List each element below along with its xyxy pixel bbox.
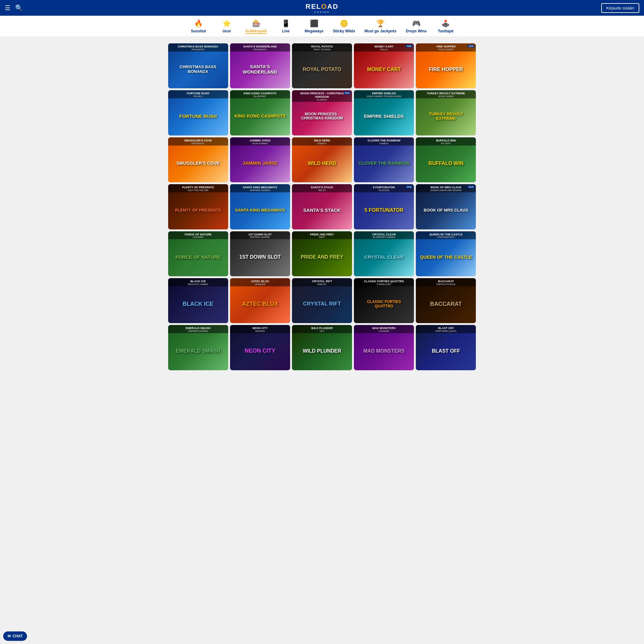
game-card-buffalo-win[interactable]: BUFFALO WIN PG SOFT BUFFALO WIN: [416, 137, 476, 182]
game-overlay-smugglers-cove: SMUGGLER'S COVE PRAGMATIC: [168, 137, 228, 146]
game-name-santas-stack: SANTA'S STACK: [294, 186, 350, 189]
game-logo-empire-shields: EMPIRE SHIELDS: [361, 104, 406, 122]
game-card-money-cart[interactable]: MONEY CART RELAX MONEY CARTUusi: [354, 43, 414, 88]
game-provider-1st-down-slot: INSPIRED GAMING: [232, 236, 288, 238]
game-card-wild-herd[interactable]: WILD HERD GAMEVY WILD HERD: [292, 137, 352, 182]
game-overlay-pride-prey: PRIDE AND PREY RED7: [292, 231, 352, 239]
game-overlay-clover-rainbow: CLOVER THE RAINBOW GAMEVY: [354, 137, 414, 146]
nav-label-drops-wins: Drops Wins: [406, 29, 427, 33]
game-logo-wild-plunder: WILD PLUNDER: [300, 339, 344, 356]
game-name-5-fortunator: 5 FORTUNATOR: [356, 186, 412, 189]
game-card-royal-potato[interactable]: ROYAL POTATO PRINT STUDIOS ROYAL POTATO: [292, 43, 352, 88]
game-name-crystal-rift: CRYSTAL RIFT: [294, 280, 350, 283]
hamburger-icon[interactable]: ☰: [5, 4, 10, 12]
game-overlay-baccarat: BACCARAT SWITCH STUDIOS: [416, 278, 476, 286]
game-card-neon-city[interactable]: NEON CITY WAZDAN NEON CITY: [230, 325, 290, 370]
game-card-baccarat[interactable]: BACCARAT SWITCH STUDIOS BACCARAT: [416, 278, 476, 323]
game-card-fortune-rush[interactable]: FORTUNE RUSH PULSE 8 FORTUNE RUSH: [168, 90, 228, 135]
game-card-christmas-bass[interactable]: CHRISTMAS BASS BONANZA PRAGMATIC CHRISTM…: [168, 43, 228, 88]
logo-text: RELOAD: [305, 3, 339, 10]
game-name-clover-rainbow: CLOVER THE RAINBOW: [356, 139, 412, 142]
login-button[interactable]: Kirjaudu sisään: [601, 3, 639, 13]
game-card-santa-king-megaways[interactable]: SANTA KING MEGAWAYS INSPIRED GAMING SANT…: [230, 184, 290, 229]
game-provider-fortune-rush: PULSE 8: [170, 95, 226, 97]
game-card-smugglers-cove[interactable]: SMUGGLER'S COVE PRAGMATIC SMUGGLER'S COV…: [168, 137, 228, 182]
game-provider-fire-hopper: PUSH GAMING: [418, 48, 474, 51]
game-overlay-wild-plunder: WILD PLUNDER NYX: [292, 325, 352, 333]
game-provider-smugglers-cove: PRAGMATIC: [170, 142, 226, 145]
game-card-turkey-revolt[interactable]: TURKEY REVOLT EXTREME NICHE GAMES TURKEY…: [416, 90, 476, 135]
nav-item-live[interactable]: 📱 Live: [276, 19, 295, 34]
game-provider-wild-herd: GAMEVY: [294, 142, 350, 145]
game-provider-empire-shields: GONG GAMING TECHNOLOGIES: [356, 95, 412, 97]
game-card-classic-forties[interactable]: CLASSIC FORTIES QUATTRO STAKELOGIC CLASS…: [354, 278, 414, 323]
game-card-fire-hopper[interactable]: FIRE HOPPER PUSH GAMING FIRE HOPPERUusi: [416, 43, 476, 88]
games-grid: CHRISTMAS BASS BONANZA PRAGMATIC CHRISTM…: [168, 43, 476, 370]
game-card-santas-stack[interactable]: SANTA'S STACK RELAX SANTA'S STACK: [292, 184, 352, 229]
game-overlay-king-kong: KING KONG CASHPOTS BLUEPRINT: [230, 90, 290, 98]
game-card-5-fortunator[interactable]: 5 FORTUNATOR PLAYSON 5 FORTUNATORUusi: [354, 184, 414, 229]
nav-item-kolikkopelit[interactable]: 🎰 Kolikkopelit: [245, 19, 267, 34]
game-logo-book-mrs-claus: BOOK OF MRS CLAUS: [421, 199, 471, 215]
game-provider-jammin-jars: PUSH GAMING: [232, 142, 288, 145]
game-overlay-force-nature: FORCE OF NATURE LEANDER: [168, 231, 228, 239]
nav-label-uusi: Uusi: [223, 29, 231, 33]
game-card-pride-prey[interactable]: PRIDE AND PREY RED7 PRIDE AND PREY: [292, 231, 352, 276]
game-card-king-kong[interactable]: KING KONG CASHPOTS BLUEPRINT KING KONG C…: [230, 90, 290, 135]
nav-icon-live: 📱: [282, 19, 290, 28]
game-overlay-santas-wonderland: SANTA'S WONDERLAND PRAGMATIC: [230, 43, 290, 52]
game-card-queen-castle[interactable]: QUEEN OF THE CASTLE LIGHTNING BOX QUEEN …: [416, 231, 476, 276]
nav-item-suositut[interactable]: 🔥 Suositut: [189, 19, 208, 34]
game-provider-christmas-bass: PRAGMATIC: [170, 48, 226, 51]
nav-item-megaways[interactable]: ⬛ Megaways: [305, 19, 323, 34]
game-name-king-kong: KING KONG CASHPOTS: [232, 92, 288, 95]
game-logo-smugglers-cove: SMUGGLER'S COVE: [174, 151, 222, 168]
game-name-crystal-clear: CRYSTAL CLEAR: [356, 233, 412, 236]
game-provider-money-cart: RELAX: [356, 48, 412, 51]
game-card-black-ice[interactable]: BLACK ICE REALISTIC GAMES BLACK ICE: [168, 278, 228, 323]
game-provider-wild-plunder: NYX: [294, 330, 350, 332]
game-name-fire-hopper: FIRE HOPPER: [418, 45, 474, 48]
game-name-turkey-revolt: TURKEY REVOLT EXTREME: [418, 92, 474, 95]
game-name-santas-wonderland: SANTA'S WONDERLAND: [232, 45, 288, 48]
game-logo-turkey-revolt: TURKEY REVOLT EXTREME: [417, 102, 475, 124]
game-name-black-ice: BLACK ICE: [170, 280, 226, 283]
game-card-jammin-jars[interactable]: JAMMIN JARS2 PUSH GAMING JAMMIN JARS2: [230, 137, 290, 182]
nav-item-sticky-wilds[interactable]: 🪙 Sticky Wilds: [333, 19, 355, 34]
game-provider-santas-wonderland: PRAGMATIC: [232, 48, 288, 51]
game-logo-5-fortunator: 5 FORTUNATOR: [362, 198, 406, 216]
game-card-1st-down-slot[interactable]: 1ST DOWN SLOT INSPIRED GAMING 1ST DOWN S…: [230, 231, 290, 276]
game-card-mad-monsters[interactable]: MAD MONSTERS LEANDER MAD MONSTERS: [354, 325, 414, 370]
game-card-emerald-smash[interactable]: EMERALD SMASH INSPIRED GAMING EMERALD SM…: [168, 325, 228, 370]
chat-button[interactable]: ✉ CHAT: [3, 631, 27, 641]
game-overlay-book-mrs-claus: BOOK OF MRS CLAUS AURUM SIGNATURE ORIGIN…: [416, 184, 476, 192]
nav-item-drops-wins[interactable]: 🎮 Drops Wins: [406, 19, 427, 34]
game-provider-santa-king-megaways: INSPIRED GAMING: [232, 189, 288, 191]
nav-item-tuottajat[interactable]: 🕹️ Tuottajat: [436, 19, 455, 34]
nav-icon-must-go-jackpots: 🏆: [376, 19, 385, 28]
game-card-aztec-blox[interactable]: AZTEC BLOX LEANDER AZTEC BLOX: [230, 278, 290, 323]
game-card-wild-plunder[interactable]: WILD PLUNDER NYX WILD PLUNDER: [292, 325, 352, 370]
game-overlay-jammin-jars: JAMMIN JARS2 PUSH GAMING: [230, 137, 290, 146]
game-card-santas-wonderland[interactable]: SANTA'S WONDERLAND PRAGMATIC SANTA'S WON…: [230, 43, 290, 88]
game-card-crystal-rift[interactable]: CRYSTAL RIFT RABCAT CRYSTAL RIFT: [292, 278, 352, 323]
search-icon[interactable]: 🔍: [15, 4, 23, 12]
badge-new-fire-hopper: Uusi: [467, 45, 475, 47]
game-name-christmas-bass: CHRISTMAS BASS BONANZA: [170, 45, 226, 48]
nav-item-must-go-jackpots[interactable]: 🏆 Must go Jackpots: [365, 19, 396, 34]
game-card-clover-rainbow[interactable]: CLOVER THE RAINBOW GAMEVY CLOVER THE RAI…: [354, 137, 414, 182]
game-provider-santas-stack: RELAX: [294, 189, 350, 191]
game-provider-king-kong: BLUEPRINT: [232, 95, 288, 97]
game-overlay-5-fortunator: 5 FORTUNATOR PLAYSON: [354, 184, 414, 192]
nav-item-uusi[interactable]: ⭐ Uusi: [217, 19, 236, 34]
game-logo-crystal-rift: CRYSTAL RIFT: [300, 292, 344, 310]
game-card-book-mrs-claus[interactable]: BOOK OF MRS CLAUS AURUM SIGNATURE ORIGIN…: [416, 184, 476, 229]
game-card-moon-princess[interactable]: MOON PRINCESS - CHRISTMAS KINGDOM PLAING…: [292, 90, 352, 135]
game-card-empire-shields[interactable]: EMPIRE SHIELDS GONG GAMING TECHNOLOGIES …: [354, 90, 414, 135]
game-provider-neon-city: WAZDAN: [232, 330, 288, 332]
game-card-blast-off[interactable]: BLAST OFF NORTHERN LIGHTS BLAST OFF: [416, 325, 476, 370]
game-card-plenty-presents[interactable]: PLENTY OF PRESENTS JUST FOR THE WIN PLEN…: [168, 184, 228, 229]
game-card-force-nature[interactable]: FORCE OF NATURE LEANDER FORCE OF NATURE: [168, 231, 228, 276]
game-card-crystal-clear[interactable]: CRYSTAL CLEAR BLUEPRINT GAMING CRYSTAL C…: [354, 231, 414, 276]
game-logo-force-nature: FORCE OF NATURE: [173, 245, 223, 262]
